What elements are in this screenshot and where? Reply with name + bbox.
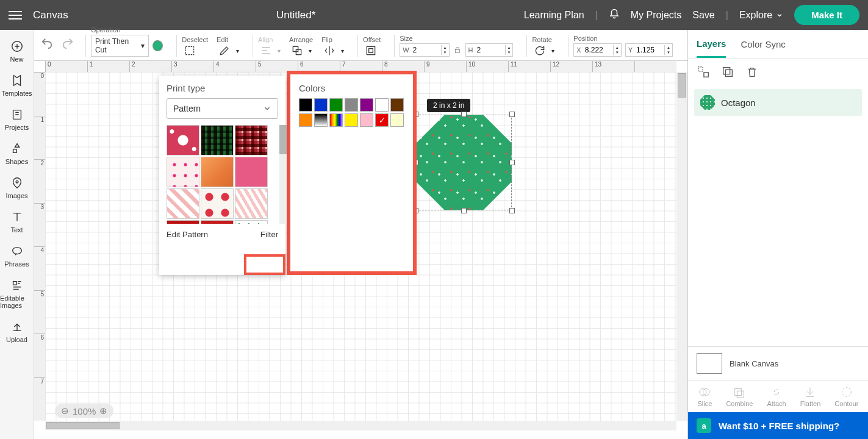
flip-icon[interactable] — [321, 45, 337, 57]
color-swatch-cream[interactable] — [390, 113, 404, 127]
document-title[interactable]: Untitled* — [68, 9, 524, 21]
filter-link[interactable]: Filter — [260, 230, 278, 239]
notifications-icon[interactable] — [609, 9, 620, 22]
layer-thumbnail — [700, 95, 715, 110]
rail-new[interactable]: New — [0, 35, 34, 68]
menu-icon[interactable] — [9, 11, 22, 20]
edit-pattern-link[interactable]: Edit Pattern — [167, 230, 208, 239]
pattern-item[interactable] — [201, 220, 234, 224]
color-swatch-black[interactable] — [299, 98, 312, 112]
color-swatch[interactable] — [152, 40, 163, 51]
redo-icon[interactable] — [61, 37, 74, 50]
pattern-item[interactable] — [235, 125, 268, 155]
color-swatch-blue[interactable] — [314, 98, 328, 112]
make-it-button[interactable]: Make It — [794, 5, 859, 25]
duplicate-icon[interactable] — [721, 65, 734, 79]
size-tag: 2 in x 2 in — [427, 99, 470, 112]
handle-t[interactable] — [461, 112, 467, 117]
zoom-in-icon[interactable]: ⊕ — [99, 405, 107, 416]
pattern-item[interactable] — [235, 220, 268, 224]
my-projects-link[interactable]: My Projects — [631, 10, 682, 21]
pattern-item[interactable] — [167, 220, 199, 224]
y-input[interactable]: Y▲▼ — [625, 43, 673, 57]
layer-label: Octagon — [721, 98, 756, 108]
toolbar: Operation Print Then Cut▾ Deselect Edit▾… — [34, 30, 687, 61]
tab-colorsync[interactable]: Color Sync — [741, 32, 785, 57]
pattern-item[interactable] — [235, 188, 268, 219]
handle-br[interactable] — [509, 208, 515, 213]
svg-point-18 — [842, 388, 852, 397]
color-swatch-yellow[interactable] — [345, 113, 358, 127]
print-type-title: Print type — [167, 83, 278, 93]
save-link[interactable]: Save — [692, 10, 714, 21]
selected-object[interactable]: 2 in x 2 in — [416, 115, 512, 210]
operation-label: Operation — [91, 26, 163, 34]
rail-text[interactable]: Text — [0, 205, 34, 238]
scrollbar-horizontal[interactable] — [45, 421, 676, 430]
op-attach: Attach — [767, 385, 786, 407]
color-swatch-bw-gradient[interactable] — [314, 113, 328, 127]
pattern-grid — [167, 125, 278, 224]
color-swatch-red[interactable] — [375, 113, 389, 127]
divider: | — [726, 10, 728, 21]
delete-icon[interactable] — [745, 65, 759, 79]
offset-icon[interactable] — [363, 45, 379, 57]
color-swatch-brown[interactable] — [390, 98, 404, 112]
zoom-value: 100% — [73, 406, 96, 416]
rail-templates[interactable]: Templates — [0, 69, 34, 102]
promo-banner[interactable]: a Want $10 + FREE shipping? — [688, 412, 868, 439]
print-type-select[interactable]: Pattern — [167, 98, 278, 119]
rail-phrases[interactable]: Phrases — [0, 240, 34, 273]
handle-b[interactable] — [461, 208, 467, 213]
edit-icon[interactable] — [217, 45, 232, 57]
rotate-icon[interactable] — [532, 45, 548, 57]
svg-rect-10 — [698, 67, 703, 71]
layer-item-octagon[interactable]: Octagon — [694, 89, 862, 116]
pattern-item[interactable] — [167, 188, 199, 219]
width-input[interactable]: W▲▼ — [400, 43, 449, 57]
pattern-item[interactable] — [167, 157, 199, 187]
color-swatch-purple[interactable] — [360, 98, 373, 112]
rail-projects[interactable]: Projects — [0, 103, 34, 136]
pattern-item[interactable] — [201, 157, 234, 187]
lock-icon[interactable] — [453, 45, 462, 55]
group-icon[interactable] — [697, 65, 710, 79]
tab-layers[interactable]: Layers — [697, 31, 726, 58]
zoom-out-icon[interactable]: ⊖ — [61, 405, 69, 416]
scrollbar-vertical[interactable] — [676, 72, 687, 421]
height-input[interactable]: H▲▼ — [465, 43, 514, 57]
deselect-icon[interactable] — [182, 45, 198, 57]
canvas-info[interactable]: Blank Canvas — [688, 346, 868, 380]
arrange-icon[interactable] — [289, 45, 305, 57]
svg-rect-5 — [293, 46, 298, 51]
color-swatch-pink[interactable] — [360, 113, 373, 127]
handle-tr[interactable] — [509, 112, 515, 117]
operation-select[interactable]: Print Then Cut▾ — [91, 35, 149, 57]
canvas[interactable]: 012345678910111213 01234567 ⊖ 100% ⊕ 2 i… — [34, 61, 687, 439]
color-swatch-green[interactable] — [329, 98, 343, 112]
svg-rect-17 — [737, 391, 744, 398]
svg-rect-8 — [369, 49, 373, 53]
color-swatch-gray[interactable] — [345, 98, 358, 112]
learning-plan-link[interactable]: Learning Plan — [524, 10, 584, 21]
undo-icon[interactable] — [40, 37, 54, 50]
pattern-item[interactable] — [201, 188, 234, 219]
rail-upload[interactable]: Upload — [0, 315, 34, 348]
rail-editable-images[interactable]: Editable Images — [0, 274, 34, 314]
pattern-item[interactable] — [235, 157, 268, 187]
color-swatch-rainbow[interactable] — [329, 113, 343, 127]
color-swatch-white[interactable] — [375, 98, 389, 112]
op-contour: Contour — [834, 385, 858, 407]
rail-shapes[interactable]: Shapes — [0, 137, 34, 170]
pattern-item[interactable] — [167, 125, 199, 155]
color-swatch-orange[interactable] — [299, 113, 312, 127]
handle-r[interactable] — [509, 160, 515, 165]
x-input[interactable]: X▲▼ — [573, 43, 621, 57]
highlight-filter — [244, 254, 285, 275]
explore-dropdown[interactable]: Explore — [739, 10, 783, 21]
pattern-scrollbar[interactable] — [279, 125, 287, 224]
zoom-control[interactable]: ⊖ 100% ⊕ — [55, 404, 113, 418]
pattern-item[interactable] — [201, 125, 234, 155]
rail-images[interactable]: Images — [0, 171, 34, 204]
selection-box — [416, 115, 512, 210]
